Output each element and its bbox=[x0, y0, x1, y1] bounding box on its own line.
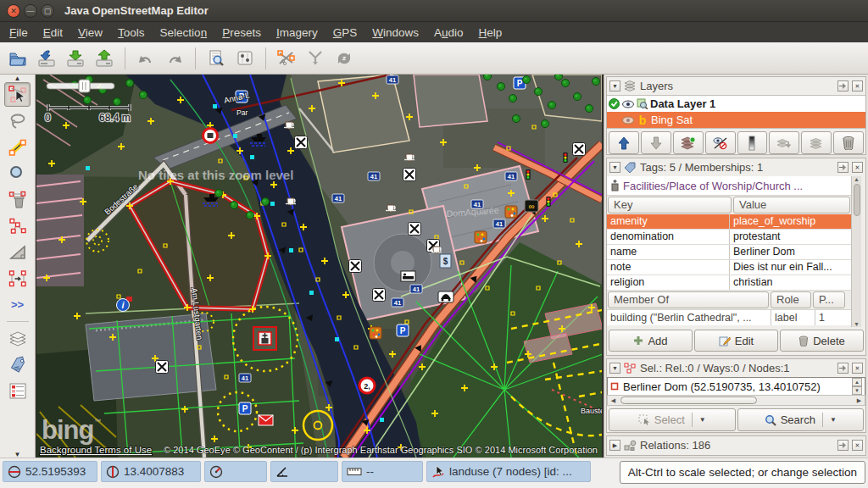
parallel-way-tool-button[interactable] bbox=[4, 266, 31, 291]
map-view[interactable]: P bbox=[36, 75, 602, 458]
speed-roundel-icon: 2, bbox=[359, 378, 375, 393]
download-button[interactable] bbox=[62, 45, 89, 72]
window-maximize-button[interactable]: ▢ bbox=[41, 4, 54, 18]
tags-collapse-button[interactable]: ▼ bbox=[609, 162, 620, 173]
toggle-tags-panel-button[interactable] bbox=[4, 352, 31, 377]
relations-expand-button[interactable]: ▶ bbox=[609, 440, 620, 451]
delete-tag-button[interactable]: Delete bbox=[780, 330, 864, 352]
layer-move-up-button[interactable] bbox=[609, 131, 639, 154]
value-column-header[interactable]: Value bbox=[733, 197, 850, 214]
selection-close-button[interactable]: ✕ bbox=[852, 363, 863, 374]
tag-row[interactable]: religionchristian bbox=[607, 275, 851, 291]
selection-pin-button[interactable] bbox=[837, 363, 849, 374]
draw-node-tool-button[interactable] bbox=[4, 135, 31, 159]
toggle-relations-panel-button[interactable] bbox=[4, 379, 31, 403]
menu-selection[interactable]: Selection bbox=[153, 24, 215, 42]
split-way-button[interactable] bbox=[273, 45, 300, 72]
tag-row[interactable]: nameBerliner Dom bbox=[607, 245, 851, 260]
member-of-header[interactable]: Member Of bbox=[608, 291, 769, 308]
svg-text:41: 41 bbox=[242, 374, 248, 382]
open-file-button[interactable] bbox=[4, 45, 31, 72]
scroll-up-arrow[interactable]: ▲ bbox=[854, 176, 860, 182]
selected-church-node[interactable] bbox=[253, 327, 276, 350]
undo-button[interactable] bbox=[132, 45, 159, 72]
membership-row[interactable]: building ("Berlin Cathedral", ... label … bbox=[607, 309, 851, 325]
select-button[interactable]: Select ▼ bbox=[609, 408, 736, 431]
scroll-down-arrow[interactable]: ▼ bbox=[854, 321, 860, 327]
menu-file[interactable]: File bbox=[2, 24, 36, 42]
selection-list-item[interactable]: Berliner Dom (52.5190735, 13.4010752) ▲▼ bbox=[607, 377, 865, 395]
layer-activate-button[interactable] bbox=[673, 131, 704, 154]
layers-pin-button[interactable] bbox=[837, 80, 849, 92]
tag-row[interactable]: denominationprotestant bbox=[607, 230, 851, 245]
toggle-dialogs-button[interactable] bbox=[231, 45, 259, 72]
visibility-eye-icon[interactable] bbox=[622, 100, 634, 108]
scrollbar-thumb[interactable] bbox=[854, 184, 860, 216]
layer-delete-button[interactable] bbox=[833, 131, 864, 154]
layer-merge-button[interactable] bbox=[769, 131, 799, 154]
tag-row[interactable]: amenityplace_of_worship bbox=[607, 214, 851, 230]
key-column-header[interactable]: Key bbox=[608, 197, 732, 214]
layer-move-down-button[interactable] bbox=[641, 131, 671, 154]
tags-close-button[interactable]: ✕ bbox=[852, 162, 863, 173]
menu-gps[interactable]: GPS bbox=[326, 24, 365, 42]
more-tools-button[interactable]: >> bbox=[4, 292, 31, 317]
search-button-panel[interactable]: Search ▼ bbox=[737, 408, 865, 431]
layers-collapse-button[interactable]: ▼ bbox=[609, 80, 620, 92]
selection-spinner[interactable]: ▲▼ bbox=[852, 378, 862, 395]
download-osm-button[interactable] bbox=[33, 45, 60, 72]
relations-close-button[interactable]: ✕ bbox=[852, 440, 863, 451]
tags-vertical-scrollbar[interactable]: ▲ ▼ bbox=[851, 176, 861, 327]
combine-way-button[interactable] bbox=[302, 45, 329, 72]
position-header[interactable]: P... bbox=[813, 291, 845, 308]
menu-windows[interactable]: Windows bbox=[364, 24, 426, 42]
menu-help[interactable]: Help bbox=[471, 24, 510, 42]
lasso-tool-button[interactable] bbox=[4, 108, 31, 133]
visibility-eye-icon[interactable] bbox=[622, 116, 634, 125]
role-header[interactable]: Role bbox=[771, 291, 811, 308]
tools-scroll-up[interactable]: ▲ bbox=[14, 75, 21, 81]
toggle-layers-panel-button[interactable] bbox=[4, 326, 31, 351]
layer-row-data[interactable]: Data Layer 1 bbox=[607, 96, 865, 112]
window-close-button[interactable]: ✕ bbox=[7, 4, 20, 18]
upload-button[interactable] bbox=[91, 45, 118, 72]
layers-close-button[interactable]: ✕ bbox=[852, 80, 863, 92]
window-minimize-button[interactable]: — bbox=[24, 4, 37, 18]
menu-tools[interactable]: Tools bbox=[110, 24, 153, 42]
search-button[interactable] bbox=[203, 45, 230, 72]
scroll-left-arrow[interactable]: ◀ bbox=[608, 396, 619, 406]
selection-collapse-button[interactable]: ▼ bbox=[609, 363, 620, 374]
dropdown-caret: ▼ bbox=[830, 416, 837, 424]
svg-text:Par: Par bbox=[236, 108, 248, 117]
delete-tool-button[interactable] bbox=[4, 187, 31, 212]
relations-pin-button[interactable] bbox=[837, 440, 849, 451]
redo-button[interactable] bbox=[161, 45, 188, 72]
tools-scroll-down[interactable]: ▼ bbox=[14, 452, 21, 458]
zoom-tool-button[interactable] bbox=[4, 161, 31, 186]
layer-opacity-button[interactable] bbox=[737, 131, 768, 154]
menu-audio[interactable]: Audio bbox=[426, 24, 471, 42]
tag-row[interactable]: noteDies ist nur ein Fall... bbox=[607, 260, 851, 275]
scroll-right-arrow[interactable]: ▶ bbox=[854, 396, 865, 406]
scrollbar-thumb[interactable] bbox=[620, 396, 757, 404]
edit-tag-button[interactable]: Edit bbox=[694, 330, 778, 352]
extrude-tool-button[interactable] bbox=[4, 240, 31, 264]
bakery-icon: ∞ bbox=[525, 200, 538, 212]
add-tag-button[interactable]: Add bbox=[609, 330, 693, 352]
select-tool-button[interactable] bbox=[4, 82, 31, 107]
layer-duplicate-button[interactable] bbox=[801, 131, 832, 154]
refresh-button[interactable] bbox=[331, 45, 358, 72]
tags-pin-button[interactable] bbox=[837, 162, 849, 173]
menu-imagery[interactable]: Imagery bbox=[269, 24, 326, 42]
layer-visibility-button[interactable] bbox=[705, 131, 736, 154]
terms-of-use-link[interactable]: Background Terms of Use bbox=[40, 445, 152, 455]
selection-horizontal-scrollbar[interactable]: ◀ ▶ bbox=[607, 395, 865, 406]
bank-icon: $ bbox=[440, 254, 451, 268]
menu-presets[interactable]: Presets bbox=[214, 24, 269, 42]
menu-view[interactable]: View bbox=[70, 24, 110, 42]
menu-edit[interactable]: Edit bbox=[36, 24, 70, 42]
preset-link[interactable]: Facilities/Place of Worship/Church ... bbox=[607, 176, 851, 196]
layer-row-bing[interactable]: b Bing Sat bbox=[607, 112, 865, 128]
unglue-tool-button[interactable] bbox=[4, 214, 31, 238]
svg-text:41: 41 bbox=[394, 299, 401, 307]
